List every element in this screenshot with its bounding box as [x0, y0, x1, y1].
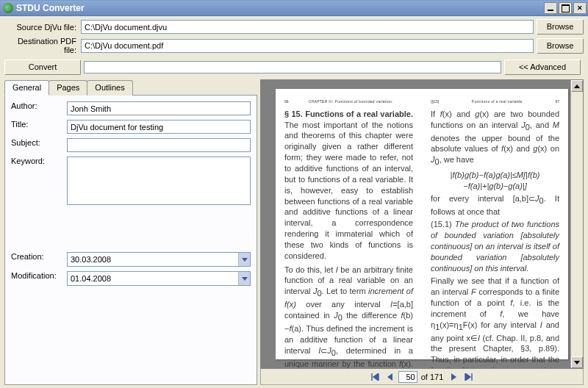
maximize-button[interactable]	[559, 2, 572, 14]
browse-dest-button[interactable]: Browse	[537, 38, 584, 54]
creation-label: Creation:	[11, 252, 67, 267]
app-icon	[3, 3, 13, 13]
next-page-button[interactable]	[447, 371, 460, 383]
modification-label: Modification:	[11, 271, 67, 286]
dest-file-input[interactable]	[81, 39, 534, 53]
close-button[interactable]	[573, 2, 587, 14]
source-file-label: Source DjVu file:	[4, 23, 81, 32]
advanced-toggle-button[interactable]: << Advanced	[504, 60, 581, 75]
convert-button[interactable]: Convert	[4, 60, 81, 75]
scroll-up-button[interactable]	[571, 80, 583, 92]
modification-combo[interactable]: 01.04.2008	[67, 271, 251, 286]
creation-combo[interactable]: 30.03.2008	[67, 252, 251, 267]
minimize-button[interactable]	[544, 2, 557, 14]
subject-label: Subject:	[11, 138, 67, 152]
window-title: STDU Converter	[16, 3, 544, 13]
tab-pages[interactable]: Pages	[49, 80, 87, 96]
progress-bar	[84, 61, 501, 73]
keyword-label: Keyword:	[11, 157, 67, 205]
left-page-number: 96	[284, 99, 289, 104]
titlebar: STDU Converter	[0, 0, 588, 16]
first-page-button[interactable]	[369, 371, 382, 383]
author-label: Author:	[11, 101, 67, 115]
first-page-icon	[371, 373, 380, 381]
last-page-button[interactable]	[462, 371, 475, 383]
left-page-header: CHAPTER III. Functions of bounded variat…	[309, 99, 393, 104]
chevron-down-icon	[238, 253, 250, 266]
page-preview: 96 CHAPTER III. Functions of bounded var…	[276, 89, 568, 359]
right-page-header: Functions of a real variable	[472, 99, 522, 104]
source-file-input[interactable]	[81, 20, 534, 34]
dest-file-label: Destination PDF file:	[4, 37, 81, 54]
title-input[interactable]	[67, 120, 251, 134]
current-page-input[interactable]	[398, 371, 417, 383]
modification-value: 01.04.2008	[68, 274, 238, 283]
chevron-down-icon	[238, 272, 250, 285]
author-input[interactable]	[67, 101, 251, 115]
browse-source-button[interactable]: Browse	[537, 19, 584, 35]
tab-content-general: Author: Title: Subject: Keyword: Cr	[4, 95, 257, 385]
tab-general[interactable]: General	[4, 80, 49, 96]
creation-value: 30.03.2008	[68, 255, 238, 264]
preview-area: 96 CHAPTER III. Functions of bounded var…	[260, 79, 584, 369]
prev-page-button[interactable]	[384, 371, 397, 383]
next-page-icon	[450, 373, 457, 381]
tab-outlines[interactable]: Outlines	[87, 80, 132, 96]
keyword-input[interactable]	[67, 157, 251, 205]
last-page-icon	[464, 373, 473, 381]
subject-input[interactable]	[67, 138, 251, 152]
prev-page-icon	[387, 373, 394, 381]
page-of-label: of 171	[419, 373, 446, 381]
scroll-down-button[interactable]	[571, 356, 583, 368]
title-label: Title:	[11, 120, 67, 134]
right-page-number: 97	[555, 99, 559, 104]
tabs: General Pages Outlines	[4, 79, 257, 95]
preview-navigation: of 171	[260, 369, 584, 385]
